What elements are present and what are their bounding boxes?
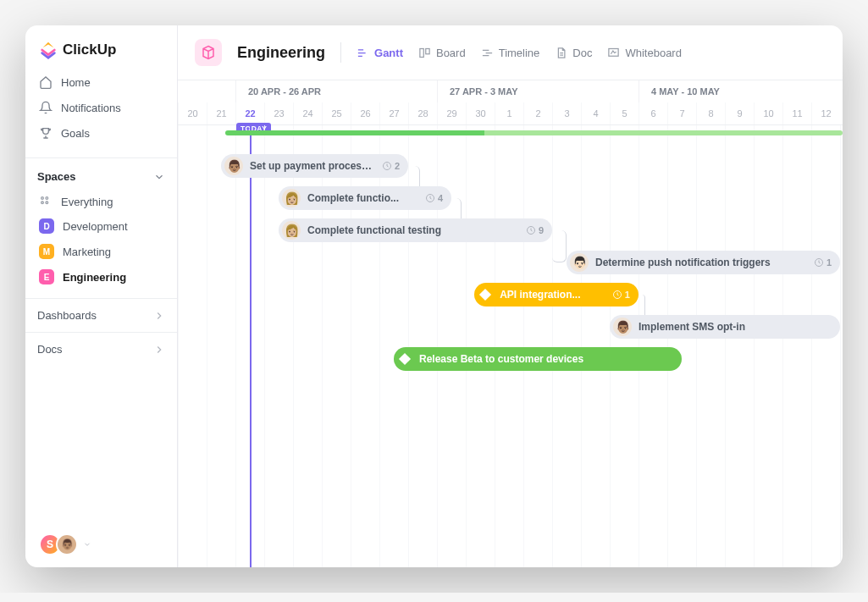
task-subtask-count: 4: [425, 193, 443, 203]
task-bar[interactable]: 👩🏼Complete functio...4: [279, 186, 451, 210]
day-cell[interactable]: 11: [782, 102, 811, 124]
day-cell[interactable]: 2: [523, 102, 552, 124]
svg-point-3: [46, 202, 48, 204]
day-cell[interactable]: 7: [667, 102, 696, 124]
chevron-right-icon: [153, 344, 165, 356]
space-item-development[interactable]: DDevelopment: [32, 213, 170, 239]
whiteboard-icon: [607, 47, 620, 59]
subtask-icon: [612, 290, 622, 300]
timeline-icon: [481, 47, 494, 59]
svg-rect-5: [426, 48, 429, 53]
task-label: Implement SMS opt-in: [639, 321, 745, 333]
main-panel: Engineering Gantt Board Timeline Doc Whi…: [178, 25, 843, 567]
clickup-logo-icon: [39, 41, 58, 59]
day-cell[interactable]: 26: [351, 102, 379, 124]
gantt-icon: [357, 47, 369, 59]
space-item-engineering[interactable]: EEngineering: [32, 264, 170, 290]
spaces-list: Everything DDevelopmentMMarketingEEngine…: [25, 190, 177, 298]
space-badge: M: [39, 244, 54, 259]
task-label: API integration...: [500, 289, 580, 301]
day-cell[interactable]: 23: [264, 102, 293, 124]
nav-notifications[interactable]: Notifications: [32, 95, 170, 120]
logo[interactable]: ClickUp: [25, 25, 177, 69]
week-cell: 20 APR - 26 APR: [235, 80, 437, 102]
spaces-header[interactable]: Spaces: [25, 158, 177, 190]
view-gantt[interactable]: Gantt: [357, 47, 403, 59]
svg-point-0: [41, 197, 44, 200]
view-whiteboard[interactable]: Whiteboard: [607, 47, 681, 59]
view-doc-label: Doc: [572, 47, 592, 59]
caret-down-icon[interactable]: [83, 540, 91, 549]
today-line: [250, 125, 252, 567]
day-cell[interactable]: 5: [610, 102, 639, 124]
sidebar: ClickUp Home Notifications Goals Spaces: [25, 25, 178, 567]
chevron-down-icon: [153, 171, 165, 183]
subtask-icon: [425, 193, 435, 203]
task-bar[interactable]: 👨🏽Implement SMS opt-in: [610, 315, 840, 339]
subtask-icon: [526, 225, 536, 235]
day-cell[interactable]: 22: [235, 102, 264, 124]
nav-home[interactable]: Home: [32, 69, 170, 95]
task-avatar: 👨🏽: [613, 318, 632, 336]
view-whiteboard-label: Whiteboard: [625, 47, 681, 59]
task-subtask-count: 2: [382, 161, 400, 171]
gantt-area[interactable]: 👨🏽Set up payment processing2👩🏼Complete f…: [178, 125, 843, 567]
docs-row[interactable]: Docs: [25, 333, 177, 366]
task-subtask-count: 1: [814, 257, 832, 268]
view-doc[interactable]: Doc: [555, 47, 592, 59]
dashboards-row[interactable]: Dashboards: [25, 299, 177, 332]
task-avatar: 👩🏼: [282, 221, 301, 240]
day-cell[interactable]: 8: [696, 102, 725, 124]
context-title: Engineering: [237, 44, 325, 62]
day-cell[interactable]: 30: [466, 102, 495, 124]
day-cell[interactable]: 10: [754, 102, 782, 124]
sidebar-footer: S 👨🏽: [25, 522, 177, 567]
nav-notifications-label: Notifications: [61, 102, 121, 114]
brand-name: ClickUp: [63, 41, 116, 58]
view-board[interactable]: Board: [418, 47, 466, 59]
week-row: 20 APR - 26 APR27 APR - 3 MAY4 MAY - 10 …: [178, 80, 843, 102]
top-bar: Engineering Gantt Board Timeline Doc Whi…: [178, 25, 843, 80]
day-cell[interactable]: 6: [639, 102, 667, 124]
task-avatar: 👨🏽: [224, 157, 243, 175]
day-cell[interactable]: 21: [207, 102, 235, 124]
view-timeline[interactable]: Timeline: [481, 47, 540, 59]
day-cell[interactable]: 12: [811, 102, 840, 124]
task-avatar: 👩🏼: [282, 189, 301, 207]
space-everything-label: Everything: [61, 196, 113, 208]
day-cell[interactable]: 25: [322, 102, 351, 124]
space-label: Engineering: [63, 271, 126, 284]
week-cell: 27 APR - 3 MAY: [437, 80, 639, 102]
primary-nav: Home Notifications Goals: [25, 69, 177, 157]
task-bar[interactable]: 👨🏻Determine push notification triggers1: [567, 251, 840, 274]
task-subtask-count: 9: [526, 225, 544, 235]
day-cell[interactable]: 28: [408, 102, 437, 124]
nav-goals[interactable]: Goals: [32, 120, 170, 146]
space-everything[interactable]: Everything: [32, 190, 170, 213]
day-cell[interactable]: 27: [379, 102, 408, 124]
day-cell[interactable]: 1: [495, 102, 523, 124]
day-cell[interactable]: 3: [552, 102, 581, 124]
task-bar[interactable]: 👩🏼Complete functional testing9: [279, 218, 552, 242]
day-cell[interactable]: 9: [725, 102, 754, 124]
day-cell[interactable]: 24: [293, 102, 322, 124]
avatar-stack[interactable]: S 👨🏽: [39, 533, 78, 555]
nav-goals-label: Goals: [61, 127, 90, 140]
task-bar[interactable]: 👨🏽Set up payment processing2: [221, 154, 408, 178]
day-cell[interactable]: 20: [178, 102, 207, 124]
day-row: 2021222324252627282930123456789101112: [178, 102, 843, 124]
task-bar[interactable]: Release Beta to customer devices: [394, 347, 682, 371]
day-cell[interactable]: 29: [437, 102, 466, 124]
box-icon: [201, 45, 216, 60]
subtask-icon: [814, 257, 824, 268]
space-item-marketing[interactable]: MMarketing: [32, 239, 170, 264]
task-avatar: 👨🏻: [570, 253, 589, 272]
day-cell[interactable]: 4: [581, 102, 610, 124]
space-badge: E: [39, 269, 54, 284]
space-badge: D: [39, 218, 54, 234]
nav-home-label: Home: [61, 76, 91, 89]
context-badge[interactable]: [195, 39, 222, 66]
view-timeline-label: Timeline: [499, 47, 540, 59]
task-bar[interactable]: API integration...1: [474, 283, 639, 307]
board-icon: [418, 47, 431, 59]
